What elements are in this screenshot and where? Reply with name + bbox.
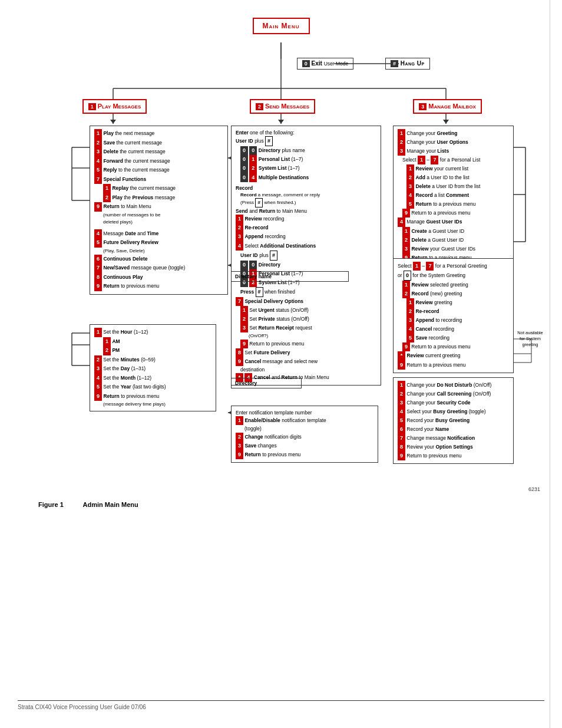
hang-up-box: # Hang Up: [375, 58, 440, 70]
svg-marker-12: [443, 120, 449, 124]
page: Main Menu 0 Exit User Mode # Hang Up 1 P…: [0, 0, 562, 728]
exit-label: Exit: [312, 60, 322, 67]
not-available-note: Not availablefor Systemgreeting: [513, 330, 548, 347]
notification-content: Enter notification template number 1 Ena…: [231, 406, 378, 463]
footer: Strata CIX40 Voice Processing User Guide…: [18, 700, 544, 710]
exit-number: 0: [302, 60, 310, 67]
svg-marker-10: [110, 120, 116, 124]
play-messages-content: 1 Play the next message 2 Save the curre…: [90, 126, 228, 295]
play-messages-box: 1 Play Messages: [66, 99, 163, 114]
manage-mailbox-upper: 1 Change your Greeting 2 Change your Use…: [393, 126, 514, 275]
exit-box: 0 Exit User Mode: [293, 58, 358, 70]
send-messages-content: Enter one of the following: User ID plus…: [231, 126, 381, 386]
send-messages-box: 2 Send Messages: [234, 99, 331, 114]
main-menu-label: Main Menu: [253, 18, 310, 34]
figure-title: Admin Main Menu: [83, 501, 138, 508]
footer-text: Strata CIX40 Voice Processing User Guide…: [18, 704, 146, 710]
time-settings-content: 1 Set the Hour (1–12) 1 AM 2 PM 2 Set th…: [90, 324, 216, 411]
figure-caption: Figure 1 Admin Main Menu: [38, 501, 544, 508]
greeting-select-box: Select 1 – 7 for a Personal Greeting or …: [393, 258, 514, 373]
send-messages-label: Send Messages: [265, 103, 309, 110]
exit-sublabel: User Mode: [324, 61, 349, 67]
directory-name-box: Directory name: [231, 271, 349, 282]
directory-box: Directory: [231, 378, 302, 388]
diagram-wrapper: Main Menu 0 Exit User Mode # Hang Up 1 P…: [22, 12, 540, 495]
manage-mailbox-label: Manage Mailbox: [428, 103, 476, 110]
user-options-content: 1 Change your Do Not Disturb (On/Off) 2 …: [393, 377, 514, 464]
main-menu-box: Main Menu: [234, 18, 328, 34]
hang-up-number: #: [391, 60, 398, 67]
play-messages-label: Play Messages: [98, 103, 141, 110]
hang-up-label: Hang Up: [401, 60, 425, 67]
page-number: 6231: [528, 486, 540, 492]
manage-mailbox-box: 3 Manage Mailbox: [396, 99, 499, 114]
svg-marker-11: [278, 120, 284, 124]
figure-label: Figure 1: [38, 501, 64, 508]
